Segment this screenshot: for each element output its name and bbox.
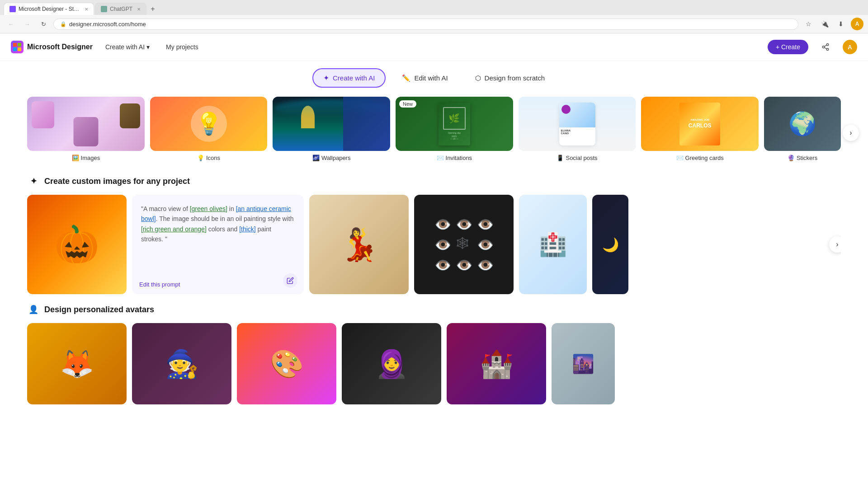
category-wallpapers[interactable]: 🌌 Wallpapers [273,97,390,161]
category-invitations[interactable]: New 🌿 Opening dayparty— 20 — ✉️ Invitati… [396,97,513,161]
svg-rect-2 [13,47,17,51]
brand: Microsoft Designer [11,41,93,53]
custom-images-grid: 🎃 "A macro view of [green olives] in [an… [27,195,841,294]
image-doctor[interactable]: 🏥 [519,195,587,294]
avatar-4[interactable]: 🧕 [342,323,441,404]
edit-pencil-icon [287,277,294,284]
categories-scroll-arrow[interactable]: › [843,125,859,141]
download-icon[interactable]: ⬇ [835,18,847,30]
category-social-posts[interactable]: ELVIRACANO 📱 Social posts [519,97,636,161]
tab-close-chatgpt[interactable]: ✕ [137,7,141,12]
image-spiders[interactable]: 👁️ 👁️ 👁️ 👁️ 🕸️ 👁️ 👁️ 👁️ 👁️ [414,195,514,294]
greeting-icon: ✉️ [676,155,684,161]
address-text: designer.microsoft.com/home [69,21,146,28]
browser-chrome: Microsoft Designer - Stunning ✕ ChatGPT … [0,0,868,33]
avatars-title-text: Design personalized avatars [44,305,154,314]
design-scratch-icon: ⬡ [475,74,481,82]
bookmark-icon[interactable]: ☆ [802,18,815,30]
nav-back-button[interactable]: ← [5,18,17,30]
avatar-6[interactable]: 🌆 [552,323,615,404]
category-images[interactable]: 🖼️ Images [27,97,145,161]
category-greeting-cards[interactable]: AMAZING JOBCARLOS ✉️ Greeting cards [641,97,759,161]
category-icons[interactable]: 💡 💡 Icons [150,97,268,161]
avatars-title-icon: 👤 [27,303,40,316]
categories-row: 🖼️ Images 💡 💡 Icons [27,97,841,161]
custom-images-title: ✦ Create custom images for any project [27,175,841,188]
nav-my-projects-label: My projects [166,43,198,51]
edit-ai-icon: ✏️ [402,74,410,82]
user-avatar[interactable]: A [843,40,857,54]
browser-tab-chatgpt[interactable]: ChatGPT ✕ [95,3,146,15]
edit-icon-button[interactable] [283,273,297,288]
images-carousel-arrow[interactable]: › [829,236,841,253]
stickers-icon: 🔮 [788,155,795,161]
msdesigner-favicon [9,6,16,12]
wallpapers-icon: 🌌 [312,155,320,161]
prompt-card: "A macro view of [green olives] in [an a… [132,195,304,294]
category-label-stickers: 🔮 Stickers [788,155,817,161]
edit-with-ai-tab[interactable]: ✏️ Edit with AI [391,69,458,88]
browser-extension-icon[interactable]: 🔌 [818,18,831,30]
avatars-title: 👤 Design personalized avatars [27,303,841,316]
create-ai-icon: ✦ [323,74,329,82]
svg-line-8 [824,45,826,47]
category-label-greeting: ✉️ Greeting cards [676,155,724,161]
image-dark[interactable]: 🌙 [592,195,628,294]
avatars-row: 🦊 🧙 🎨 🧕 🏰 🌆 [27,323,841,404]
design-from-scratch-tab[interactable]: ⬡ Design from scratch [464,69,556,88]
nav-forward-button[interactable]: → [21,18,33,30]
nav-create-ai-dropdown[interactable]: Create with AI ▾ [102,42,153,52]
chatgpt-favicon [101,6,107,12]
new-tab-button[interactable]: + [147,4,158,14]
svg-point-4 [826,44,829,46]
browser-actions: ☆ 🔌 ⬇ A [802,18,863,30]
invitations-icon: ✉️ [437,155,444,161]
actions-bar: ✦ Create with AI ✏️ Edit with AI ⬡ Desig… [0,61,868,95]
category-label-wallpapers: 🌌 Wallpapers [312,155,351,161]
edit-prompt-button[interactable]: Edit this prompt [139,281,180,288]
category-label-social: 📱 Social posts [557,155,597,161]
new-badge: New [399,100,416,108]
category-img-icons: 💡 [150,97,268,151]
avatar-3[interactable]: 🎨 [237,323,336,404]
create-with-ai-tab[interactable]: ✦ Create with AI [312,68,386,88]
avatar-2[interactable]: 🧙 [132,323,231,404]
browser-tab-msdesigner[interactable]: Microsoft Designer - Stunning ✕ [4,3,94,15]
prompt-text: "A macro view of [green olives] in [an a… [141,204,295,244]
browser-toolbar: ← → ↻ 🔒 designer.microsoft.com/home ☆ 🔌 … [0,15,868,33]
custom-images-title-text: Create custom images for any project [44,177,190,186]
avatars-section: 👤 Design personalized avatars 🦊 🧙 🎨 🧕 🏰 … [0,303,868,413]
design-scratch-label: Design from scratch [485,74,545,82]
tab-close-msdesigner[interactable]: ✕ [85,7,88,12]
tab-title-chatgpt: ChatGPT [110,6,132,12]
categories-section: 🖼️ Images 💡 💡 Icons [0,95,868,170]
svg-point-5 [822,46,825,48]
prompt-highlight-thick: [thick] [239,225,256,233]
category-label-invitations: ✉️ Invitations [437,155,472,161]
category-stickers[interactable]: 🌍 🔮 Stickers [764,97,841,161]
svg-rect-1 [18,43,21,47]
edit-ai-label: Edit with AI [414,74,448,82]
prompt-highlight-colors: [rich green and orange] [141,225,207,233]
avatar-5[interactable]: 🏰 [447,323,546,404]
create-ai-label: Create with AI [333,74,375,82]
browser-profile-button[interactable]: A [851,18,863,30]
edit-prompt-label: Edit this prompt [139,281,180,288]
brand-logo [11,41,24,53]
image-dancers[interactable]: 💃 [309,195,409,294]
create-button[interactable]: + Create [768,40,808,54]
avatar-1[interactable]: 🦊 [27,323,127,404]
svg-rect-3 [18,47,21,51]
nav-reload-button[interactable]: ↻ [37,18,50,30]
address-bar[interactable]: 🔒 designer.microsoft.com/home [53,19,798,30]
tab-title-msdesigner: Microsoft Designer - Stunning [19,6,80,12]
svg-rect-0 [13,43,17,47]
category-label-icons: 💡 Icons [197,155,220,161]
share-icon[interactable] [817,39,834,55]
custom-images-section: ✦ Create custom images for any project 🎃… [0,170,868,303]
nav-my-projects-link[interactable]: My projects [162,42,202,52]
svg-line-7 [824,47,826,49]
image-pumpkin[interactable]: 🎃 [27,195,127,294]
brand-name: Microsoft Designer [27,43,93,51]
svg-point-6 [826,48,829,51]
